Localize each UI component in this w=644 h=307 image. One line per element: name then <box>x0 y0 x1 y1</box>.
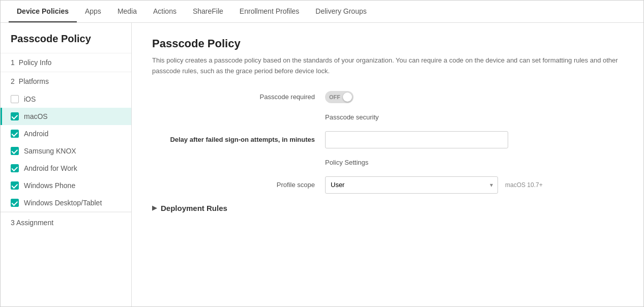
step-1-number: 1 <box>11 58 15 67</box>
deployment-rules-section[interactable]: ▶ Deployment Rules <box>152 204 623 212</box>
policy-settings-label: Policy Settings <box>325 159 368 166</box>
platform-android-for-work-label: Android for Work <box>24 164 77 172</box>
step-1-label: Policy Info <box>19 58 52 67</box>
content-title: Passcode Policy <box>152 37 623 50</box>
checkbox-windows-phone[interactable] <box>11 181 19 190</box>
toggle-off-label: OFF <box>329 94 340 100</box>
platform-ios-label: iOS <box>24 95 36 103</box>
checkbox-android-for-work[interactable] <box>11 164 19 172</box>
step-2-label: Platforms <box>19 77 49 85</box>
profile-scope-wrapper: User System ▾ <box>325 176 498 194</box>
sidebar: Passcode Policy 1 Policy Info 2 Platform… <box>1 23 132 306</box>
platform-windows-desktop-label: Windows Desktop/Tablet <box>24 199 102 207</box>
platform-windows-phone-label: Windows Phone <box>24 181 75 190</box>
platform-windows-desktop[interactable]: Windows Desktop/Tablet <box>1 194 131 211</box>
toggle-knob <box>343 93 352 102</box>
deployment-rules-label: Deployment Rules <box>161 204 227 212</box>
sidebar-step-2[interactable]: 2 Platforms <box>1 72 131 90</box>
checkbox-samsung-knox[interactable] <box>11 147 19 155</box>
profile-scope-hint: macOS 10.7+ <box>505 181 543 189</box>
passcode-required-label: Passcode required <box>152 93 325 101</box>
passcode-required-row: Passcode required OFF <box>152 91 623 103</box>
profile-scope-label: Profile scope <box>152 181 325 189</box>
platform-ios[interactable]: iOS <box>1 90 131 108</box>
tab-enrollment-profiles[interactable]: Enrollment Profiles <box>231 1 308 22</box>
passcode-security-section-label: Passcode security <box>325 113 379 121</box>
platform-samsung-knox[interactable]: Samsung KNOX <box>1 142 131 160</box>
passcode-required-toggle[interactable]: OFF <box>325 91 354 103</box>
step-2-number: 2 <box>11 77 15 85</box>
step-3-label: Assignment <box>16 219 53 227</box>
chevron-right-icon: ▶ <box>152 204 157 211</box>
platform-windows-phone[interactable]: Windows Phone <box>1 177 131 194</box>
checkbox-android[interactable] <box>11 130 19 138</box>
delay-label: Delay after failed sign-on attempts, in … <box>152 136 325 143</box>
main-layout: Passcode Policy 1 Policy Info 2 Platform… <box>1 23 643 306</box>
tab-apps[interactable]: Apps <box>77 1 109 22</box>
tab-device-policies[interactable]: Device Policies <box>9 1 77 22</box>
content-description: This policy creates a passcode policy ba… <box>152 55 623 77</box>
delay-row: Delay after failed sign-on attempts, in … <box>152 131 623 148</box>
checkbox-macos[interactable] <box>11 112 19 120</box>
platform-samsung-knox-label: Samsung KNOX <box>24 147 76 155</box>
top-nav: Device Policies Apps Media Actions Share… <box>1 1 643 23</box>
passcode-security-row: Passcode security <box>152 113 623 121</box>
tab-sharefile[interactable]: ShareFile <box>185 1 231 22</box>
profile-scope-select[interactable]: User System <box>325 176 498 194</box>
tab-media[interactable]: Media <box>109 1 145 22</box>
content-area: Passcode Policy This policy creates a pa… <box>132 23 643 306</box>
checkbox-ios[interactable] <box>11 95 19 103</box>
platform-android-for-work[interactable]: Android for Work <box>1 160 131 177</box>
tab-actions[interactable]: Actions <box>145 1 185 22</box>
sidebar-step-1[interactable]: 1 Policy Info <box>1 53 131 72</box>
sidebar-title: Passcode Policy <box>1 23 131 53</box>
sidebar-step-3[interactable]: 3 Assignment <box>1 212 131 233</box>
platform-macos[interactable]: macOS <box>1 108 131 125</box>
profile-scope-row: Profile scope User System ▾ macOS 10.7+ <box>152 176 623 194</box>
delay-input[interactable] <box>325 131 508 148</box>
app-window: Device Policies Apps Media Actions Share… <box>0 0 644 307</box>
tab-delivery-groups[interactable]: Delivery Groups <box>307 1 374 22</box>
platform-android[interactable]: Android <box>1 125 131 142</box>
step-3-number: 3 <box>11 219 15 227</box>
checkbox-windows-desktop[interactable] <box>11 199 19 207</box>
platform-android-label: Android <box>24 130 48 138</box>
platform-macos-label: macOS <box>24 112 48 120</box>
policy-settings-row: Policy Settings <box>152 159 623 166</box>
